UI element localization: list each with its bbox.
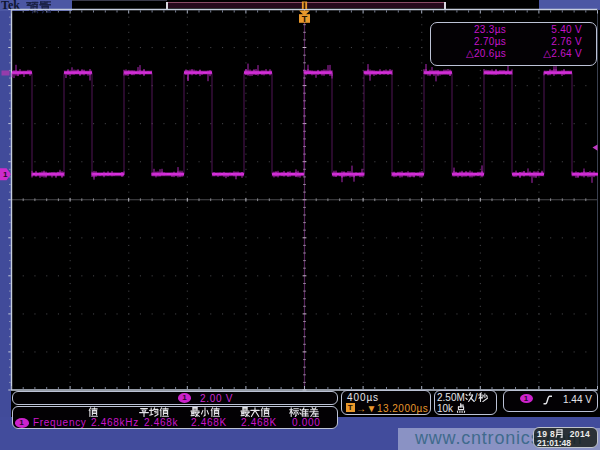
- svg-text:T: T: [302, 14, 308, 24]
- svg-text:1: 1: [3, 170, 8, 179]
